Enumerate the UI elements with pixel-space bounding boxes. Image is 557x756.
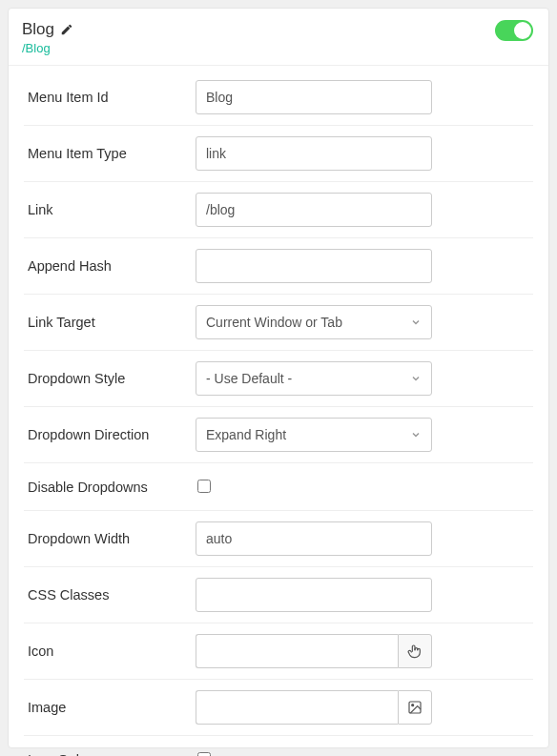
- row-disable-dropdowns: Disable Dropdowns: [24, 463, 533, 511]
- label-disable-dropdowns: Disable Dropdowns: [24, 480, 196, 495]
- breadcrumb-path: /Blog: [22, 41, 73, 55]
- label-append-hash: Append Hash: [24, 258, 196, 274]
- input-menu-item-type[interactable]: [196, 136, 432, 171]
- row-css-classes: CSS Classes: [24, 567, 533, 623]
- input-css-classes[interactable]: [196, 578, 432, 612]
- pointer-icon: [407, 644, 423, 659]
- label-menu-item-id: Menu Item Id: [24, 90, 196, 105]
- row-append-hash: Append Hash: [24, 238, 533, 295]
- label-link-target: Link Target: [24, 315, 196, 330]
- edit-title-icon[interactable]: [60, 23, 73, 36]
- select-dropdown-direction[interactable]: Expand Right: [196, 418, 432, 452]
- checkbox-icon-only[interactable]: [197, 752, 211, 757]
- row-link: Link: [24, 182, 533, 238]
- icon-picker-button[interactable]: [398, 634, 432, 668]
- enabled-toggle[interactable]: [495, 20, 533, 41]
- label-dropdown-style: Dropdown Style: [24, 371, 196, 386]
- settings-panel: Blog /Blog Menu Item Id Menu Item Type L…: [8, 8, 549, 748]
- form-body: Menu Item Id Menu Item Type Link Append …: [9, 66, 548, 756]
- row-dropdown-style: Dropdown Style - Use Default -: [24, 351, 533, 407]
- input-menu-item-id[interactable]: [196, 80, 432, 114]
- row-image: Image: [24, 680, 533, 736]
- select-dropdown-direction-value: Expand Right: [206, 427, 286, 442]
- row-dropdown-width: Dropdown Width: [24, 511, 533, 567]
- input-image[interactable]: [196, 690, 398, 725]
- label-css-classes: CSS Classes: [24, 587, 196, 603]
- input-append-hash[interactable]: [196, 249, 432, 283]
- label-dropdown-width: Dropdown Width: [24, 531, 196, 546]
- input-icon[interactable]: [196, 634, 398, 668]
- input-dropdown-width[interactable]: [196, 521, 432, 556]
- select-dropdown-style-value: - Use Default -: [206, 371, 292, 386]
- image-picker-button[interactable]: [398, 690, 432, 725]
- svg-point-1: [412, 705, 414, 706]
- row-menu-item-id: Menu Item Id: [24, 70, 533, 126]
- checkbox-disable-dropdowns[interactable]: [197, 480, 211, 493]
- row-icon: Icon: [24, 623, 533, 680]
- label-menu-item-type: Menu Item Type: [24, 146, 196, 161]
- row-link-target: Link Target Current Window or Tab: [24, 295, 533, 351]
- panel-header: Blog /Blog: [9, 9, 548, 66]
- image-icon: [407, 700, 423, 715]
- title-row: Blog: [22, 20, 73, 39]
- chevron-down-icon: [410, 429, 422, 440]
- label-icon: Icon: [24, 644, 196, 659]
- row-icon-only: Icon Only: [24, 736, 533, 756]
- select-link-target-value: Current Window or Tab: [206, 315, 342, 330]
- label-image: Image: [24, 700, 196, 715]
- chevron-down-icon: [410, 373, 422, 384]
- select-dropdown-style[interactable]: - Use Default -: [196, 361, 432, 396]
- chevron-down-icon: [410, 317, 422, 328]
- label-icon-only: Icon Only: [24, 752, 196, 757]
- row-menu-item-type: Menu Item Type: [24, 126, 533, 182]
- label-dropdown-direction: Dropdown Direction: [24, 427, 196, 442]
- input-link[interactable]: [196, 193, 432, 227]
- page-title: Blog: [22, 20, 54, 39]
- row-dropdown-direction: Dropdown Direction Expand Right: [24, 407, 533, 463]
- label-link: Link: [24, 202, 196, 217]
- select-link-target[interactable]: Current Window or Tab: [196, 305, 432, 339]
